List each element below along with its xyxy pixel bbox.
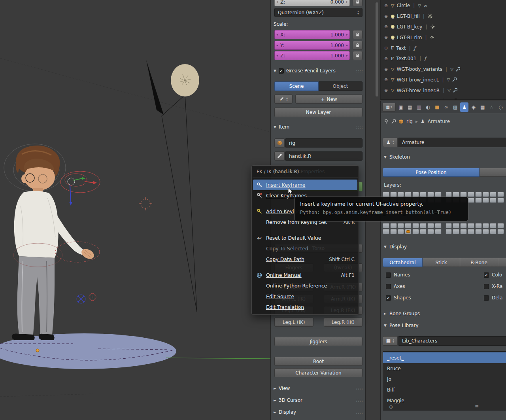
z-value-slider[interactable]: ◂ Z: 0.000 ▸ <box>274 0 350 6</box>
armature-layer-toggle[interactable] <box>398 229 404 234</box>
pose-list-item[interactable]: _reset_ <box>383 352 506 363</box>
scale-x-slider[interactable]: ◂ X: 1.000 ▸ <box>274 30 350 39</box>
checkbox[interactable] <box>386 284 391 289</box>
outliner-item[interactable]: ⊕ F Text.001 | ƒ <box>381 53 506 64</box>
tab-object-data[interactable]: ♟ <box>460 102 468 112</box>
armature-layer-toggle[interactable] <box>435 229 442 234</box>
pose-list-item[interactable]: Bruce <box>383 363 506 374</box>
font-data-icon[interactable]: ƒ <box>414 45 415 51</box>
panel-grip-icon[interactable]: :::: <box>356 386 363 391</box>
outliner-item[interactable]: ⊕ ▽ WGT-body_variants | ▽ <box>381 64 506 75</box>
shapes-checkbox-row[interactable]: ✓ Shapes <box>386 295 411 301</box>
wrench-icon[interactable] <box>456 67 460 72</box>
wrench-icon[interactable] <box>453 88 457 93</box>
lock-button[interactable] <box>353 51 363 60</box>
outliner-item[interactable]: ⊕ ▽ WGT-brow_inner.R | ▽ <box>381 85 506 96</box>
menu-item-edit-translation[interactable]: Edit Translation <box>252 302 359 312</box>
jigglers-button[interactable]: Jigglers <box>274 337 363 346</box>
armature-layer-toggle[interactable] <box>497 192 504 197</box>
gp-new-button[interactable]: + New <box>295 95 363 104</box>
slider-left-arrow-icon[interactable]: ◂ <box>276 33 278 36</box>
armature-layer-toggle[interactable] <box>483 192 489 197</box>
bone-icon-button[interactable] <box>274 151 285 161</box>
armature-layer-toggle[interactable] <box>412 223 419 228</box>
expand-icon[interactable]: ⊕ <box>383 98 389 100</box>
outliner-item[interactable]: ⊕ ▽ WGT-brow_outer.L | ▽ <box>381 96 506 100</box>
panel-closed-icon[interactable]: ► <box>274 386 276 390</box>
cursor-panel-header[interactable]: ► 3D Cursor :::: <box>274 397 363 404</box>
panel-open-icon[interactable]: ▼ <box>384 155 387 159</box>
panel-grip-icon[interactable]: :::: <box>356 125 363 130</box>
armature-layer-toggle[interactable] <box>475 223 482 228</box>
armature-layer-toggle[interactable] <box>490 223 497 228</box>
library-browse-button[interactable]: ▦ ▴▾ <box>383 336 398 346</box>
expand-icon[interactable]: ⊕ <box>383 77 389 82</box>
armature-layer-toggle[interactable] <box>497 198 504 203</box>
object-icon-button[interactable] <box>274 138 285 148</box>
mesh-data-icon[interactable]: ▽ <box>447 88 451 93</box>
tab-render-layers[interactable]: ▤ <box>406 102 414 112</box>
panel-open-icon[interactable]: ▼ <box>384 324 387 327</box>
slider-right-arrow-icon[interactable]: ▸ <box>346 0 348 4</box>
armature-layer-toggle[interactable] <box>405 223 412 228</box>
panel-closed-icon[interactable]: ► <box>274 410 276 414</box>
character-variation-button[interactable]: Character Variation <box>274 368 363 377</box>
armature-layer-toggle[interactable] <box>398 223 404 228</box>
panel-grip-icon[interactable]: :::: <box>356 410 363 415</box>
armature-layer-toggle[interactable] <box>468 223 474 228</box>
outliner-item[interactable]: ⊕ ▽ WGT-brow_inner.L | ▽ <box>381 75 506 85</box>
scale-y-slider[interactable]: ◂ Y: 1.000 ▸ <box>274 41 350 50</box>
armature-layer-toggle[interactable] <box>446 223 452 228</box>
pose-list-item[interactable]: Jo <box>383 374 506 384</box>
root-control[interactable] <box>36 349 39 352</box>
lamp-data-icon[interactable] <box>428 14 432 19</box>
tab-texture[interactable]: ▦ <box>478 102 487 112</box>
armature-layer-toggle[interactable] <box>483 198 489 203</box>
display-panel-header[interactable]: ► Display :::: <box>274 409 363 416</box>
pose-list-item[interactable]: Biff <box>383 384 506 395</box>
tab-physics[interactable]: ◌ <box>497 102 505 112</box>
mode-stick[interactable]: Stick <box>423 258 460 267</box>
grease-pencil-checkbox[interactable]: ✓ <box>279 68 284 74</box>
lamp-data-icon[interactable] <box>430 25 435 29</box>
wrench-icon[interactable] <box>452 78 457 82</box>
outliner-item[interactable]: ⊕ LGT-BI_fill | <box>381 11 506 22</box>
wrench-icon[interactable] <box>453 99 457 100</box>
breadcrumb-data[interactable]: Armature <box>428 119 450 124</box>
armature-layer-toggle[interactable] <box>490 192 497 197</box>
leg-l-ik-button[interactable]: Leg.L (IK) <box>274 318 313 327</box>
view-panel-header[interactable]: ► View :::: <box>274 385 363 392</box>
expand-icon[interactable]: ⊕ <box>383 45 389 51</box>
armature-layer-toggle[interactable] <box>412 229 419 234</box>
object-name-field[interactable]: rig <box>285 138 363 148</box>
armature-layer-toggle[interactable] <box>453 223 459 228</box>
armature-layer-toggle[interactable] <box>475 192 482 197</box>
armature-layer-toggle[interactable] <box>497 223 504 228</box>
lock-button[interactable] <box>353 0 363 6</box>
root-button[interactable]: Root <box>274 357 363 366</box>
slider-right-arrow-icon[interactable]: ▸ <box>346 44 348 47</box>
axes-checkbox-row[interactable]: Axes <box>386 284 405 289</box>
mesh-data-icon[interactable]: ▽ <box>447 78 450 82</box>
armature-layer-toggle[interactable] <box>420 229 427 234</box>
panel-open-icon[interactable]: ▼ <box>384 245 387 249</box>
armature-layer-toggle[interactable] <box>390 223 397 228</box>
scale-z-slider[interactable]: ◂ Z: 1.000 ▸ <box>274 51 350 60</box>
armature-layer-toggle[interactable] <box>468 229 474 234</box>
expand-icon[interactable]: ⊕ <box>383 24 389 29</box>
armature-layer-toggle[interactable] <box>483 229 489 234</box>
menu-item-copy-data-path[interactable]: Copy Data Path Shift Ctrl C <box>252 254 359 265</box>
xray-checkbox-row[interactable]: X-Ra <box>484 284 502 289</box>
expand-icon[interactable]: ⊕ <box>383 14 389 19</box>
outliner-item[interactable]: ⊕ LGT-BI_key | <box>381 22 506 32</box>
panel-open-icon[interactable]: ▼ <box>274 69 276 73</box>
armature-layer-toggle[interactable] <box>497 229 504 234</box>
lock-button[interactable] <box>353 30 363 39</box>
lock-button[interactable] <box>353 41 363 50</box>
library-name-field[interactable]: Lib_Characters <box>398 336 506 346</box>
expand-icon[interactable]: ⊕ <box>383 35 389 40</box>
mesh-data-icon[interactable]: ▽ <box>447 99 451 100</box>
slider-right-arrow-icon[interactable]: ▸ <box>346 54 348 57</box>
pin-icon[interactable] <box>384 119 389 124</box>
editor-type-selector[interactable]: ▦ ▾ <box>382 103 396 112</box>
